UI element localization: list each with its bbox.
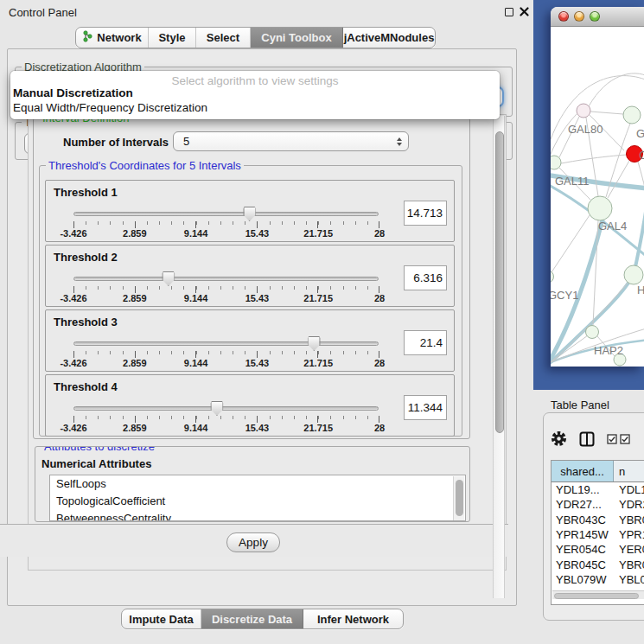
table-cell-shared-name[interactable]: YBR045C [552, 557, 614, 571]
node-gal11[interactable] [551, 156, 561, 169]
node-gal4[interactable] [588, 196, 612, 220]
table-horizontal-scrollbar-thumb[interactable] [554, 593, 639, 599]
tab-select[interactable]: Select [196, 28, 251, 48]
tab-style[interactable]: Style [149, 28, 196, 48]
threshold-slider[interactable] [73, 277, 379, 281]
table-cell-shared-name[interactable]: YER054C [552, 542, 614, 557]
slider-tick-labels: -3.4262.8599.14415.4321.71528 [73, 293, 379, 304]
checkbox-checked-icon[interactable] [620, 434, 630, 447]
attributes-scrollbar[interactable] [453, 476, 464, 521]
threshold-label: Threshold 4 [54, 380, 118, 393]
tick-label: 21.715 [303, 358, 333, 368]
table-row[interactable]: YIL052CYIL0 [552, 602, 644, 605]
table-cell-name[interactable]: YDR2 [614, 497, 644, 512]
tick-label: 28 [374, 228, 385, 239]
attribute-list-item[interactable]: TopologicalCoefficient [50, 493, 465, 510]
table-horizontal-scrollbar[interactable] [552, 590, 644, 599]
threshold-slider[interactable] [73, 212, 379, 216]
node-hap2[interactable] [586, 326, 599, 339]
attribute-list-item[interactable]: BetweennessCentrality [50, 510, 465, 521]
table-cell-name[interactable]: YIL0 [614, 602, 644, 605]
algorithm-option-equal-width[interactable]: Equal Width/Frequency Discretization [10, 100, 500, 115]
tick-label: 15.43 [245, 358, 270, 368]
threshold-value-input[interactable]: 11.344 [404, 395, 447, 420]
threshold-slider[interactable] [73, 406, 379, 411]
tab-impute-data[interactable]: Impute Data [122, 609, 201, 628]
table-cell-name[interactable]: YDL1 [614, 482, 644, 497]
slider-handle[interactable] [210, 401, 223, 416]
tick-label: 21.715 [303, 228, 333, 239]
checkbox-checked-icon[interactable] [607, 434, 617, 447]
node-partial-right[interactable] [624, 265, 643, 284]
tick-label: 2.859 [123, 228, 147, 239]
node-label-gal11: GAL11 [555, 175, 590, 188]
node-gal80[interactable] [577, 104, 590, 118]
network-window-titlebar[interactable] [551, 7, 644, 27]
table-row[interactable]: YBR045CYBR0 [552, 557, 644, 571]
table-cell-shared-name[interactable]: YDL19... [552, 482, 614, 497]
tick-label: 21.715 [303, 293, 333, 303]
tab-infer-network[interactable]: Infer Network [303, 609, 403, 628]
network-canvas[interactable]: GAL80 G C GAL11 GAL4 GCY1 H HAP2 [551, 27, 644, 367]
table-cell-shared-name[interactable]: YDR27... [552, 497, 614, 512]
tab-jactivemnodules[interactable]: jActiveMNodules [343, 28, 435, 48]
threshold-slider[interactable] [73, 341, 379, 346]
threshold-value-input[interactable]: 14.713 [404, 201, 447, 226]
tick-label: 15.43 [245, 423, 270, 433]
attribute-list-item[interactable]: SelfLoops [50, 475, 465, 493]
table-row[interactable]: YBL079WYBL0 [552, 572, 644, 587]
number-of-intervals-combobox[interactable]: 5 [173, 131, 409, 151]
minimize-traffic-light-icon[interactable] [574, 11, 584, 22]
table-cell-shared-name[interactable]: YBL079W [552, 572, 614, 587]
node-label-gal4: GAL4 [598, 220, 627, 233]
table-cell-name[interactable]: YER0 [614, 542, 644, 557]
tick-label: 2.859 [123, 423, 147, 433]
threshold-value-input[interactable]: 6.316 [404, 265, 447, 290]
node-partial-top-right[interactable] [623, 106, 641, 124]
algorithm-placeholder-option[interactable]: Select algorithm to view settings [10, 71, 500, 86]
table-cell-shared-name[interactable]: YPR145W [552, 527, 614, 542]
zoom-traffic-light-icon[interactable] [590, 11, 600, 22]
table-row[interactable]: YPR145WYPR1 [552, 527, 644, 542]
apply-button[interactable]: Apply [226, 532, 280, 552]
table-cell-shared-name[interactable]: YIL052C [552, 602, 614, 605]
tab-discretize-data[interactable]: Discretize Data [201, 609, 303, 628]
main-scrollbar[interactable] [493, 116, 505, 598]
table-row[interactable]: YDR27...YDR2 [552, 497, 644, 512]
tab-network[interactable]: Network [76, 28, 149, 48]
column-header-name[interactable]: n [614, 461, 644, 481]
table-cell-name[interactable]: YPR1 [614, 527, 644, 542]
split-columns-icon[interactable] [579, 431, 595, 450]
algorithm-option-manual[interactable]: Manual Discretization [10, 86, 500, 100]
table-cell-name[interactable]: YBR0 [614, 513, 644, 527]
table-row[interactable]: YDL19...YDL1 [552, 482, 644, 497]
tick-label: 28 [374, 423, 385, 433]
table-row[interactable]: YER054CYER0 [552, 542, 644, 557]
tick-label: 9.144 [184, 228, 208, 239]
tab-cyni-toolbox[interactable]: Cyni Toolbox [251, 28, 343, 48]
tick-label: 15.43 [245, 228, 270, 239]
close-traffic-light-icon[interactable] [558, 11, 569, 22]
table-cell-name[interactable]: YBR0 [614, 557, 644, 571]
tick-label: 9.144 [184, 423, 208, 433]
table-cell-name[interactable]: YBL0 [614, 572, 644, 587]
numerical-attributes-list[interactable]: SelfLoopsTopologicalCoefficientBetweenne… [49, 475, 466, 521]
column-header-shared-name[interactable]: shared... [552, 461, 614, 481]
threshold-value-input[interactable]: 21.4 [404, 330, 447, 355]
table-row[interactable]: YBR043CYBR0 [552, 513, 644, 527]
node-table: shared... n YDL19...YDL1YDR27...YDR2YBR0… [551, 460, 644, 605]
slider-handle[interactable] [308, 336, 321, 351]
tick-label: 15.43 [245, 293, 270, 303]
main-scrollbar-thumb[interactable] [495, 131, 504, 433]
slider-tick-labels: -3.4262.8599.14415.4321.71528 [73, 358, 379, 369]
table-panel-title: Table Panel [551, 399, 609, 411]
slider-handle[interactable] [243, 207, 256, 221]
slider-handle[interactable] [162, 271, 175, 286]
close-icon[interactable] [520, 7, 529, 16]
table-cell-shared-name[interactable]: YBR043C [552, 513, 614, 527]
node-gcy1[interactable] [551, 271, 554, 284]
float-window-icon[interactable] [505, 8, 513, 16]
table-header-row: shared... n [552, 461, 644, 482]
numerical-attributes-label: Numerical Attributes [41, 457, 151, 470]
gear-icon[interactable] [551, 430, 567, 450]
